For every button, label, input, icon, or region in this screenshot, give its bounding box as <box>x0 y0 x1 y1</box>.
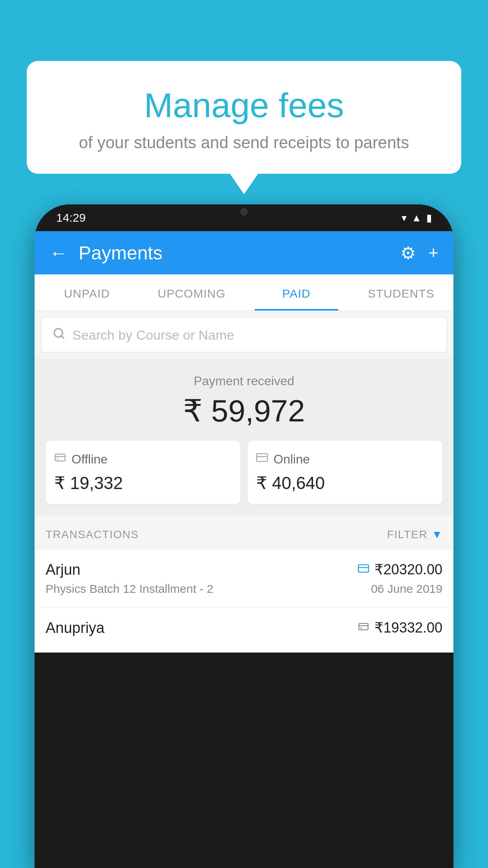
add-icon[interactable]: + <box>428 243 438 263</box>
filter-label: FILTER <box>387 528 427 541</box>
svg-rect-2 <box>55 454 65 461</box>
app-header: ← Payments ⚙ + <box>35 231 453 274</box>
settings-icon[interactable]: ⚙ <box>400 243 416 263</box>
online-label: Online <box>273 452 310 467</box>
phone-notch <box>218 204 270 219</box>
svg-rect-7 <box>358 565 369 572</box>
camera <box>240 208 248 215</box>
header-actions: ⚙ + <box>400 243 438 263</box>
status-time: 14:29 <box>56 211 86 224</box>
transaction-date: 06 June 2019 <box>371 582 442 596</box>
search-placeholder: Search by Course or Name <box>72 327 234 343</box>
search-bar[interactable]: Search by Course or Name <box>42 318 446 352</box>
offline-icon <box>54 452 66 467</box>
filter-icon: ▼ <box>431 528 442 541</box>
signal-icon: ▲ <box>411 212 422 224</box>
page-title: Payments <box>79 242 389 264</box>
battery-icon: ▮ <box>426 212 432 224</box>
payment-total-amount: ₹ 59,972 <box>46 393 442 429</box>
transactions-header: TRANSACTIONS FILTER ▼ <box>35 516 453 550</box>
tab-unpaid[interactable]: UNPAID <box>35 274 139 311</box>
speech-bubble-container: Manage fees of your students and send re… <box>27 61 461 174</box>
offline-amount: ₹ 19,332 <box>54 473 123 493</box>
payment-received-label: Payment received <box>46 374 442 388</box>
phone-frame: 14:29 ▾ ▲ ▮ ← Payments ⚙ + UNPAID UPCOM <box>35 204 453 868</box>
svg-rect-9 <box>359 623 368 629</box>
filter-button[interactable]: FILTER ▼ <box>387 528 442 541</box>
svg-line-1 <box>61 336 64 338</box>
payment-cards: Offline ₹ 19,332 Online <box>46 441 442 504</box>
transaction-detail: Physics Batch 12 Installment - 2 <box>46 582 213 596</box>
transactions-label: TRANSACTIONS <box>46 528 139 541</box>
transaction-amount: ₹19332.00 <box>374 620 442 636</box>
transaction-amount: ₹20320.00 <box>374 561 442 578</box>
status-icons: ▾ ▲ ▮ <box>402 212 432 224</box>
online-card: Online ₹ 40,640 <box>248 441 442 504</box>
payment-received-section: Payment received ₹ 59,972 Offline <box>35 359 453 516</box>
back-button[interactable]: ← <box>50 242 68 263</box>
transaction-name: Anupriya <box>46 620 105 636</box>
status-bar: 14:29 ▾ ▲ ▮ <box>35 204 453 231</box>
tab-paid[interactable]: PAID <box>244 274 349 311</box>
payment-type-icon <box>358 563 369 577</box>
search-icon <box>53 327 65 343</box>
offline-card: Offline ₹ 19,332 <box>46 441 240 504</box>
online-amount: ₹ 40,640 <box>256 473 325 493</box>
offline-label: Offline <box>72 452 108 467</box>
speech-bubble: Manage fees of your students and send re… <box>27 61 461 174</box>
transaction-name: Arjun <box>46 561 81 578</box>
wifi-icon: ▾ <box>402 212 407 224</box>
online-icon <box>256 452 268 467</box>
tabs-bar: UNPAID UPCOMING PAID STUDENTS <box>35 274 453 311</box>
bubble-subtitle: of your students and send receipts to pa… <box>58 133 430 152</box>
payment-type-icon <box>358 621 369 635</box>
tab-students[interactable]: STUDENTS <box>349 274 454 311</box>
transaction-item[interactable]: Anupriya ₹19332.00 <box>35 608 453 653</box>
app-screen: ← Payments ⚙ + UNPAID UPCOMING PAID STUD… <box>35 231 453 653</box>
bubble-title: Manage fees <box>58 86 430 125</box>
transaction-list: Arjun ₹20320.00 Physics Batch 12 Install… <box>35 550 453 653</box>
tab-upcoming[interactable]: UPCOMING <box>139 274 244 311</box>
transaction-item[interactable]: Arjun ₹20320.00 Physics Batch 12 Install… <box>35 550 453 608</box>
svg-rect-5 <box>257 454 268 462</box>
